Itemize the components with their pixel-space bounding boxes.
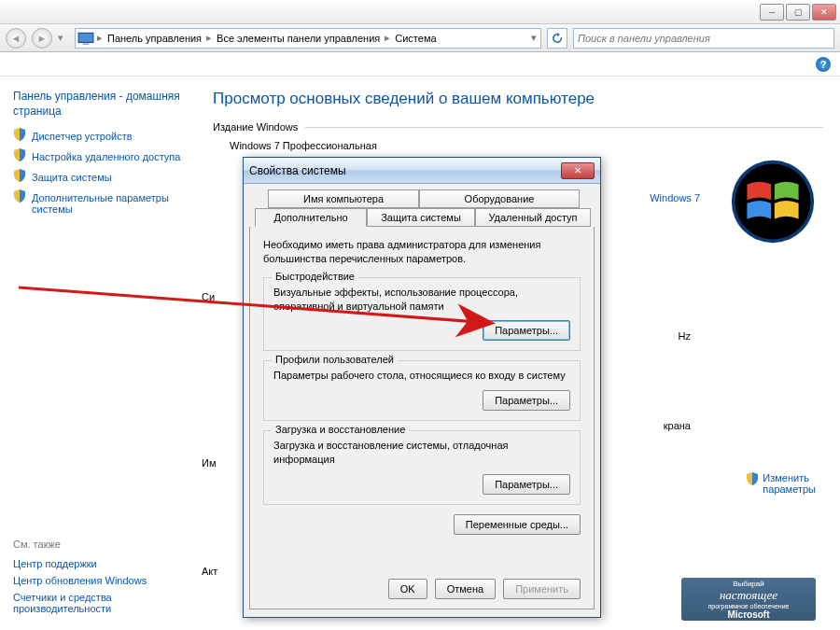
profiles-settings-button[interactable]: Параметры... [483, 390, 570, 411]
tab-strip: Имя компьютера Оборудование Дополнительн… [249, 189, 595, 231]
shield-icon [13, 128, 26, 141]
chevron-right-icon: ▸ [384, 32, 391, 44]
sidebar-home-link[interactable]: Панель управления - домашняя страница [13, 90, 183, 119]
sidebar-item-protection[interactable]: Защита системы [13, 169, 183, 186]
chevron-down-icon[interactable]: ▾ [530, 32, 540, 44]
explorer-nav-row: ◄ ► ▾ ▸ Панель управления ▸ Все элементы… [0, 24, 840, 52]
tab-panel-advanced: Необходимо иметь права администратора дл… [249, 227, 595, 609]
tab-remote[interactable]: Удаленный доступ [475, 208, 591, 227]
section-name-label: Им [202, 457, 216, 469]
tab-advanced[interactable]: Дополнительно [255, 208, 367, 227]
dialog-close-button[interactable]: ✕ [561, 162, 595, 179]
sidebar: Панель управления - домашняя страница Ди… [0, 77, 196, 630]
cancel-button[interactable]: Отмена [435, 579, 496, 599]
history-dropdown-icon[interactable]: ▾ [58, 32, 69, 44]
back-button[interactable]: ◄ [6, 28, 26, 49]
sidebar-link-label: Настройка удаленного доступа [32, 148, 180, 165]
change-link-l1: Изменить [763, 472, 809, 483]
startup-text: Загрузка и восстановление системы, отлад… [273, 439, 570, 467]
performance-legend: Быстродействие [272, 271, 358, 282]
section-system-label: Си [202, 291, 215, 302]
section-label: Издание Windows [213, 121, 298, 133]
computer-icon [77, 30, 94, 47]
window-titlebar: ─ ▢ ✕ [0, 0, 840, 24]
breadcrumb-item[interactable]: Система [391, 33, 440, 44]
tab-computer-name[interactable]: Имя компьютера [268, 189, 419, 208]
breadcrumb-item[interactable]: Панель управления [104, 33, 205, 44]
sidebar-item-advanced[interactable]: Дополнительные параметры системы [13, 189, 183, 217]
windows-logo [730, 159, 816, 246]
genuine-l2: настоящее [720, 588, 777, 603]
sidebar-link-label: Защита системы [32, 169, 112, 186]
startup-settings-button[interactable]: Параметры... [483, 474, 570, 495]
performance-settings-button[interactable]: Параметры... [483, 320, 570, 341]
breadcrumb-item[interactable]: Все элементы панели управления [213, 33, 384, 44]
genuine-l3: программное обеспечение [707, 603, 789, 609]
see-also-label: См. также [13, 539, 183, 550]
windows7-link[interactable]: Windows 7 [650, 192, 700, 203]
forward-button[interactable]: ► [32, 28, 52, 49]
genuine-l4: Microsoft [728, 609, 770, 620]
chevron-right-icon: ▸ [96, 32, 104, 44]
edition-name: Windows 7 Профессиональная [213, 138, 823, 153]
close-button[interactable]: ✕ [812, 4, 836, 21]
see-also-link[interactable]: Центр поддержки [13, 555, 183, 572]
change-settings-link[interactable]: Изменить параметры [746, 472, 816, 495]
screen-fragment: крана [664, 420, 691, 431]
dialog-title: Свойства системы [249, 164, 346, 177]
sidebar-item-device-manager[interactable]: Диспетчер устройств [13, 128, 183, 145]
see-also-link[interactable]: Счетчики и средства производительности [13, 589, 183, 617]
ok-button[interactable]: OK [388, 579, 427, 599]
genuine-ms-banner[interactable]: Выбирай настоящее программное обеспечени… [681, 578, 816, 621]
fieldset-performance: Быстродействие Визуальные эффекты, испол… [263, 277, 581, 352]
help-icon[interactable]: ? [816, 57, 831, 72]
search-field[interactable] [578, 33, 830, 44]
refresh-button[interactable] [547, 28, 567, 49]
minimize-button[interactable]: ─ [760, 4, 784, 21]
svg-rect-0 [78, 33, 93, 42]
svg-rect-1 [83, 43, 90, 44]
sidebar-link-label: Диспетчер устройств [32, 128, 133, 145]
profiles-text: Параметры рабочего стола, относящиеся ко… [273, 369, 570, 383]
shield-icon [13, 169, 26, 182]
apply-button[interactable]: Применить [503, 579, 581, 599]
fieldset-startup: Загрузка и восстановление Загрузка и вос… [263, 430, 581, 505]
dialog-titlebar[interactable]: Свойства системы ✕ [244, 158, 600, 184]
admin-note: Необходимо иметь права администратора дл… [263, 238, 581, 266]
system-properties-dialog: Свойства системы ✕ Имя компьютера Оборуд… [243, 157, 601, 618]
svg-point-3 [735, 164, 811, 240]
maximize-button[interactable]: ▢ [786, 4, 810, 21]
breadcrumb[interactable]: ▸ Панель управления ▸ Все элементы панел… [75, 28, 541, 49]
hz-fragment: Hz [679, 330, 691, 342]
section-edition: Издание Windows [213, 121, 823, 133]
toolbar-row: ? [0, 52, 840, 77]
sidebar-link-label: Дополнительные параметры системы [32, 189, 183, 217]
see-also-link[interactable]: Центр обновления Windows [13, 572, 183, 589]
sidebar-item-remote[interactable]: Настройка удаленного доступа [13, 148, 183, 165]
search-input[interactable] [573, 28, 834, 49]
env-variables-button[interactable]: Переменные среды... [454, 514, 581, 535]
chevron-right-icon: ▸ [205, 32, 213, 44]
performance-text: Визуальные эффекты, использование процес… [273, 286, 570, 314]
shield-icon [13, 189, 26, 203]
fieldset-profiles: Профили пользователей Параметры рабочего… [263, 360, 581, 421]
change-link-l2: параметры [763, 483, 816, 495]
profiles-legend: Профили пользователей [272, 354, 398, 365]
shield-icon [746, 472, 759, 485]
shield-icon [13, 148, 26, 161]
tab-hardware[interactable]: Оборудование [419, 189, 580, 208]
section-activation-label: Акт [202, 566, 217, 577]
genuine-l1: Выбирай [733, 580, 764, 588]
divider [305, 127, 823, 128]
tab-system-protection[interactable]: Защита системы [367, 208, 475, 227]
page-title: Просмотр основных сведений о вашем компь… [213, 90, 823, 108]
startup-legend: Загрузка и восстановление [272, 424, 409, 435]
